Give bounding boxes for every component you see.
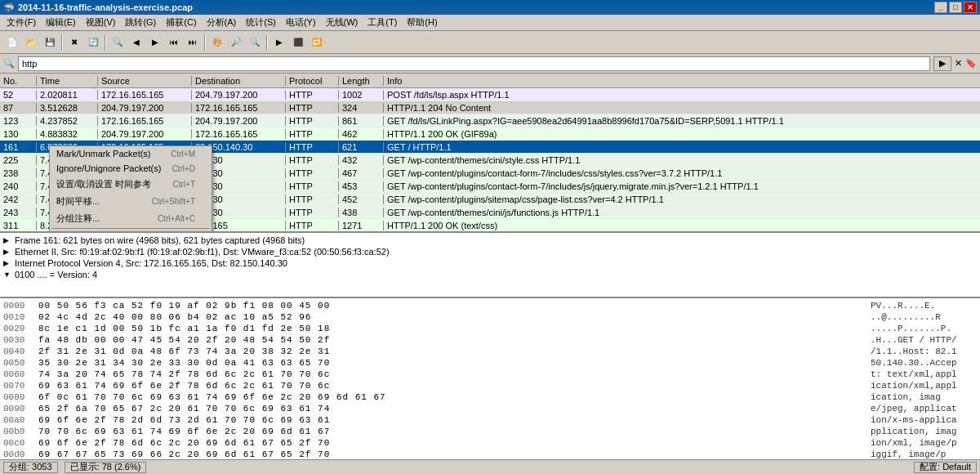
restart-cap-button[interactable]: 🔁 [308, 34, 326, 51]
context-menu-item[interactable]: Ignore/Unignore Packet(s) Ctrl+D [50, 161, 212, 176]
menu-edit[interactable]: 编辑(E) [41, 15, 81, 30]
zoom-out-button[interactable]: 🔍 [246, 34, 264, 51]
app-icon: 🦈 [3, 2, 15, 13]
hex-ascii: ion/x-ms-applica [871, 415, 977, 425]
cell-info: GET /wp-content/plugins/sitemap/css/page… [384, 195, 980, 204]
main-content: No. Time Source Destination Protocol Len… [0, 74, 980, 474]
hex-line: 00b0 70 70 6c 69 63 61 74 69 6f 6e 2c 20… [3, 426, 977, 437]
context-menu-item-label: 分组注释... [56, 212, 100, 225]
menu-phone[interactable]: 电话(Y) [281, 15, 321, 30]
toolbar-sep4 [266, 34, 268, 51]
table-row[interactable]: 130 4.883832 204.79.197.200 172.16.165.1… [0, 127, 980, 141]
cell-proto: HTTP [286, 195, 339, 204]
reload-button[interactable]: 🔄 [84, 34, 102, 51]
open-button[interactable]: 📂 [22, 34, 40, 51]
hex-bytes: 69 6f 6e 2f 78 6d 6c 2c 20 69 6d 61 67 6… [38, 438, 864, 448]
table-row[interactable]: 87 3.512628 204.79.197.200 172.16.165.16… [0, 101, 980, 114]
toolbar-sep2 [105, 34, 106, 51]
cell-src: 172.16.165.165 [98, 90, 192, 100]
cell-src: 204.79.197.200 [98, 103, 192, 113]
zoom-in-button[interactable]: 🔎 [227, 34, 245, 51]
minimize-button[interactable]: _ [934, 2, 947, 13]
hex-offset: 00b0 [3, 427, 32, 436]
cell-info: GET /wp-content/themes/cini/style.css HT… [384, 155, 980, 165]
save-button[interactable]: 💾 [41, 34, 59, 51]
table-row[interactable]: 123 4.237852 172.16.165.165 204.79.197.2… [0, 114, 980, 127]
close-cap-button[interactable]: ✖ [65, 34, 83, 51]
go-fwd-button[interactable]: ▶ [146, 34, 164, 51]
hex-ascii: .....P.......P. [871, 324, 977, 333]
hex-ascii: ication, imag [871, 392, 977, 402]
start-cap-button[interactable]: ▶ [270, 34, 288, 51]
detail-text: Internet Protocol Version 4, Src: 172.16… [15, 258, 287, 268]
cell-len: 452 [339, 195, 384, 204]
col-header-info: Info [384, 76, 980, 86]
cell-no: 238 [0, 168, 37, 178]
context-menu-shortcut: Ctrl+T [173, 180, 196, 189]
filter-input[interactable] [18, 56, 930, 71]
cell-proto: HTTP [286, 168, 339, 178]
go-last-button[interactable]: ⏭ [184, 34, 202, 51]
menu-tools[interactable]: 工具(T) [363, 15, 402, 30]
cell-dst: 204.79.197.200 [192, 116, 286, 126]
hex-offset: 0050 [3, 358, 32, 368]
title-bar-controls[interactable]: _ □ ✕ [934, 2, 977, 13]
context-menu-item-label: 时间平移... [56, 195, 100, 208]
hex-offset: 00c0 [3, 438, 32, 448]
menu-wireless[interactable]: 无线(W) [321, 15, 363, 30]
hex-bytes: 2f 31 2e 31 0d 0a 48 6f 73 74 3a 20 38 3… [38, 347, 864, 356]
hex-ascii: ication/xml,appl [871, 381, 977, 391]
maximize-button[interactable]: □ [949, 2, 962, 13]
detail-line[interactable]: ▶ Ethernet II, Src: f0:19:af:02:9b:f1 (f… [3, 246, 977, 257]
cell-len: 462 [339, 129, 384, 139]
cell-len: 432 [339, 155, 384, 165]
detail-line[interactable]: ▶ Internet Protocol Version 4, Src: 172.… [3, 257, 977, 269]
new-button[interactable]: 📄 [3, 34, 21, 51]
cell-proto: HTTP [286, 90, 339, 100]
cell-proto: HTTP [286, 208, 339, 217]
context-menu-shortcut: Ctrl+Alt+C [158, 214, 195, 223]
cell-info: GET /wp-content/plugins/contact-form-7/i… [384, 168, 980, 178]
go-first-button[interactable]: ⏮ [165, 34, 183, 51]
menu-file[interactable]: 文件(F) [2, 15, 41, 30]
col-header-source: Source [98, 76, 192, 86]
expand-icon: ▼ [3, 271, 11, 279]
hex-panel: 0000 00 50 56 f3 ca 52 f0 19 af 02 9b f1… [0, 298, 980, 474]
context-menu-item[interactable]: Mark/Unmark Packet(s) Ctrl+M [50, 146, 212, 161]
find-button[interactable]: 🔍 [109, 34, 127, 51]
menu-stats[interactable]: 统计(S) [241, 15, 281, 30]
detail-text: 0100 .... = Version: 4 [15, 270, 97, 279]
menu-capture[interactable]: 捕获(C) [161, 15, 201, 30]
menu-view[interactable]: 视图(V) [81, 15, 121, 30]
hex-bytes: 02 4c 4d 2c 40 00 80 06 b4 02 ac 10 a5 5… [38, 312, 864, 322]
cell-no: 242 [0, 195, 37, 204]
hex-offset: 0070 [3, 381, 32, 391]
detail-line[interactable]: ▼ 0100 .... = Version: 4 [3, 269, 977, 280]
cell-no: 123 [0, 116, 37, 126]
filter-label: 🔍 [3, 58, 15, 69]
go-back-button[interactable]: ◀ [127, 34, 145, 51]
context-menu-item[interactable]: 分组注释... Ctrl+Alt+C [50, 210, 212, 227]
context-menu-separator [51, 228, 210, 229]
detail-line[interactable]: ▶ Frame 161: 621 bytes on wire (4968 bit… [3, 235, 977, 246]
context-menu-item[interactable]: 设置/取消设置 时间参考 Ctrl+T [50, 176, 212, 193]
col-header-destination: Destination [192, 76, 286, 86]
filter-apply-button[interactable]: ▶ [933, 56, 951, 71]
menu-help[interactable]: 帮助(H) [402, 15, 442, 30]
color-button[interactable]: 🎨 [208, 34, 226, 51]
hex-offset: 0020 [3, 324, 32, 333]
context-menu-item[interactable]: 时间平移... Ctrl+Shift+T [50, 193, 212, 210]
menu-analyze[interactable]: 分析(A) [202, 15, 242, 30]
close-button[interactable]: ✕ [964, 2, 977, 13]
hex-line: 0050 35 30 2e 31 34 30 2e 33 30 0d 0a 41… [3, 357, 977, 369]
filter-bookmark-icon[interactable]: 🔖 [965, 58, 977, 69]
cell-info: GET /wp-content/themes/cini/js/functions… [384, 208, 980, 217]
table-row[interactable]: 314 8.2 165.165 HTTP 587 HTTP/1.1 200 OK… [0, 232, 980, 233]
menu-bar: 文件(F) 编辑(E) 视图(V) 跳转(G) 捕获(C) 分析(A) 统计(S… [0, 15, 980, 31]
filter-clear-icon[interactable]: ✕ [955, 58, 962, 69]
cell-time: 3.512628 [37, 103, 98, 113]
table-row[interactable]: 52 2.020811 172.16.165.165 204.79.197.20… [0, 88, 980, 101]
status-profile: 配置: Default [914, 462, 977, 473]
menu-go[interactable]: 跳转(G) [120, 15, 161, 30]
stop-cap-button[interactable]: ⬛ [289, 34, 307, 51]
